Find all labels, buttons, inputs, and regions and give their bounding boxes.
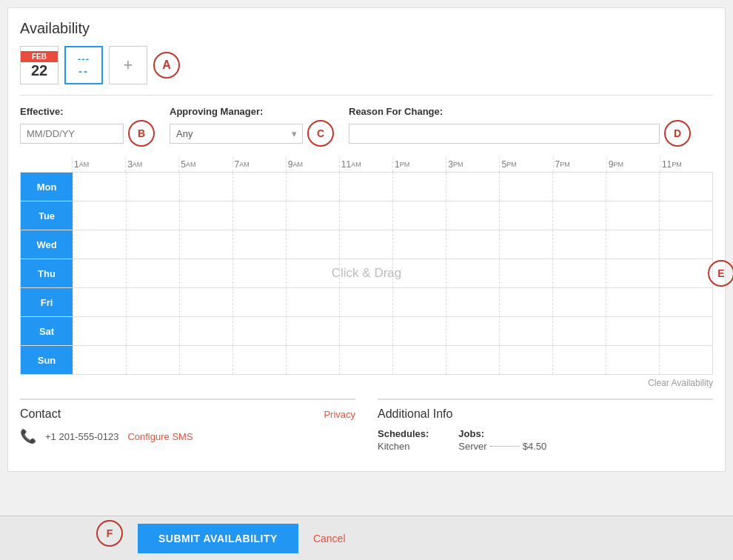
- avail-cell[interactable]: [73, 346, 126, 374]
- grid-row[interactable]: Sun: [21, 345, 712, 374]
- grid-row[interactable]: Tue: [21, 201, 712, 230]
- manager-select[interactable]: Any: [170, 124, 303, 144]
- avail-cell[interactable]: [606, 317, 659, 345]
- avail-cell[interactable]: [392, 173, 446, 201]
- avail-cell[interactable]: [286, 201, 339, 230]
- avail-cell[interactable]: [73, 173, 126, 201]
- avail-cell[interactable]: [446, 346, 499, 374]
- clear-availability-link[interactable]: Clear Availability: [20, 378, 713, 388]
- effective-input[interactable]: [20, 124, 124, 144]
- avail-cell[interactable]: [499, 230, 552, 259]
- date-box-add[interactable]: +: [109, 46, 147, 84]
- avail-cell[interactable]: [286, 259, 339, 287]
- avail-cell[interactable]: [286, 230, 339, 259]
- avail-cell[interactable]: [179, 259, 232, 287]
- avail-cell[interactable]: [659, 173, 712, 201]
- avail-cell[interactable]: [126, 259, 179, 287]
- avail-cell[interactable]: [446, 201, 499, 230]
- avail-cell[interactable]: [499, 259, 552, 287]
- avail-cell[interactable]: [499, 317, 552, 345]
- avail-cell[interactable]: [552, 201, 606, 230]
- avail-cell[interactable]: [126, 173, 179, 201]
- avail-cell[interactable]: [232, 346, 286, 374]
- availability-cells[interactable]: [73, 317, 712, 345]
- grid-row[interactable]: Wed: [21, 230, 712, 259]
- avail-cell[interactable]: [339, 259, 392, 287]
- avail-cell[interactable]: [126, 317, 179, 345]
- date-box-dashes[interactable]: --- --: [64, 46, 103, 84]
- avail-cell[interactable]: [446, 259, 499, 287]
- grid-row[interactable]: Mon: [21, 172, 712, 201]
- availability-cells[interactable]: [73, 259, 712, 287]
- avail-cell[interactable]: [659, 346, 712, 374]
- avail-cell[interactable]: [606, 201, 659, 230]
- avail-cell[interactable]: [392, 201, 446, 230]
- avail-cell[interactable]: [499, 288, 552, 316]
- avail-cell[interactable]: [232, 173, 286, 201]
- avail-cell[interactable]: [179, 173, 232, 201]
- avail-cell[interactable]: [446, 173, 499, 201]
- avail-cell[interactable]: [126, 288, 179, 316]
- avail-cell[interactable]: [552, 230, 606, 259]
- avail-cell[interactable]: [73, 288, 126, 316]
- submit-availability-button[interactable]: SUBMIT AVAILABILITY: [138, 524, 298, 553]
- avail-cell[interactable]: [232, 288, 286, 316]
- avail-cell[interactable]: [606, 259, 659, 287]
- avail-cell[interactable]: [552, 173, 606, 201]
- avail-cell[interactable]: [179, 317, 232, 345]
- avail-cell[interactable]: [659, 230, 712, 259]
- avail-cell[interactable]: [606, 346, 659, 374]
- avail-cell[interactable]: [179, 201, 232, 230]
- avail-cell[interactable]: [339, 201, 392, 230]
- avail-cell[interactable]: [659, 288, 712, 316]
- avail-cell[interactable]: [126, 230, 179, 259]
- avail-cell[interactable]: [286, 288, 339, 316]
- availability-cells[interactable]: [73, 173, 712, 201]
- cancel-link[interactable]: Cancel: [313, 533, 346, 544]
- avail-cell[interactable]: [659, 317, 712, 345]
- avail-cell[interactable]: [339, 173, 392, 201]
- avail-cell[interactable]: [126, 346, 179, 374]
- avail-cell[interactable]: [552, 317, 606, 345]
- avail-cell[interactable]: [392, 288, 446, 316]
- avail-cell[interactable]: [606, 173, 659, 201]
- avail-cell[interactable]: [339, 288, 392, 316]
- avail-cell[interactable]: [73, 201, 126, 230]
- grid-row[interactable]: Fri: [21, 287, 712, 316]
- avail-cell[interactable]: [392, 230, 446, 259]
- avail-cell[interactable]: [126, 201, 179, 230]
- avail-cell[interactable]: [339, 230, 392, 259]
- availability-cells[interactable]: [73, 346, 712, 374]
- avail-cell[interactable]: [179, 346, 232, 374]
- avail-cell[interactable]: [499, 173, 552, 201]
- avail-cell[interactable]: [339, 346, 392, 374]
- avail-cell[interactable]: [659, 259, 712, 287]
- date-box-feb22[interactable]: FEB 22: [20, 46, 58, 84]
- avail-cell[interactable]: [286, 173, 339, 201]
- avail-cell[interactable]: [179, 288, 232, 316]
- availability-cells[interactable]: [73, 288, 712, 316]
- avail-cell[interactable]: [606, 230, 659, 259]
- avail-cell[interactable]: [232, 230, 286, 259]
- avail-cell[interactable]: [73, 230, 126, 259]
- availability-cells[interactable]: [73, 230, 712, 259]
- grid-row[interactable]: Thu: [21, 259, 712, 287]
- avail-cell[interactable]: [179, 230, 232, 259]
- avail-cell[interactable]: [232, 259, 286, 287]
- avail-cell[interactable]: [232, 317, 286, 345]
- availability-cells[interactable]: [73, 201, 712, 230]
- avail-cell[interactable]: [286, 317, 339, 345]
- avail-cell[interactable]: [73, 259, 126, 287]
- avail-cell[interactable]: [232, 201, 286, 230]
- avail-cell[interactable]: [392, 346, 446, 374]
- avail-cell[interactable]: [552, 288, 606, 316]
- avail-cell[interactable]: [552, 346, 606, 374]
- avail-cell[interactable]: [552, 259, 606, 287]
- avail-cell[interactable]: [73, 317, 126, 345]
- avail-cell[interactable]: [499, 346, 552, 374]
- privacy-link[interactable]: Privacy: [324, 409, 355, 420]
- avail-cell[interactable]: [446, 317, 499, 345]
- grid-row[interactable]: Sat: [21, 316, 712, 345]
- avail-cell[interactable]: [446, 288, 499, 316]
- avail-cell[interactable]: [446, 230, 499, 259]
